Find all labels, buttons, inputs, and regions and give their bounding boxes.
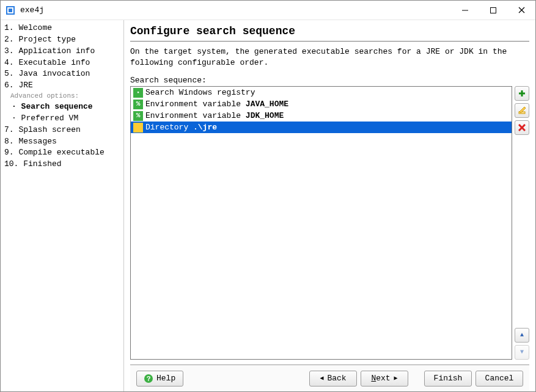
chevron-down-icon: ▼ xyxy=(520,349,524,355)
window-controls xyxy=(451,1,535,20)
delete-button[interactable] xyxy=(515,120,529,135)
back-button[interactable]: ◀ Back xyxy=(309,371,357,387)
wizard-footer: ? Help ◀ Back Next ▶ Finish Cancel xyxy=(130,365,529,391)
substep-search-sequence[interactable]: · Search sequence xyxy=(3,101,123,113)
help-icon: ? xyxy=(144,374,153,383)
substep-preferred-vm[interactable]: · Preferred VM xyxy=(3,113,123,125)
help-button[interactable]: ? Help xyxy=(136,371,183,387)
cancel-button-label: Cancel xyxy=(485,374,514,383)
page-title: Configure search sequence xyxy=(130,24,529,42)
envvar-icon xyxy=(133,111,143,121)
move-up-button[interactable]: ▲ xyxy=(515,328,529,343)
list-item-text: Environment variable JAVA_HOME xyxy=(145,100,288,109)
step-welcome[interactable]: 1. Welcome xyxy=(3,23,123,34)
list-label: Search sequence: xyxy=(130,76,529,85)
finish-button[interactable]: Finish xyxy=(424,371,472,387)
page-description: On the target system, the generated exec… xyxy=(130,46,529,68)
list-item-prefix: Environment variable xyxy=(145,100,246,109)
step-compile-executable[interactable]: 9. Compile executable xyxy=(3,147,123,159)
triangle-left-icon: ◀ xyxy=(320,376,323,382)
envvar-icon xyxy=(133,100,143,109)
step-project-type[interactable]: 2. Project type xyxy=(3,34,123,46)
list-item-prefix: Directory xyxy=(145,123,193,132)
titlebar: exe4j xyxy=(1,1,535,20)
watermark: exe4j xyxy=(0,333,2,388)
maximize-button[interactable] xyxy=(479,1,507,20)
list-item-bold: JAVA_HOME xyxy=(246,100,288,109)
list-item-bold: .\jre xyxy=(193,123,217,132)
list-item-directory-jre[interactable]: Directory .\jre xyxy=(131,122,512,133)
minimize-button[interactable] xyxy=(451,1,479,20)
folder-icon xyxy=(133,123,143,132)
help-button-label: Help xyxy=(156,374,175,383)
triangle-right-icon: ▶ xyxy=(394,376,398,382)
step-jre[interactable]: 6. JRE xyxy=(3,80,123,92)
list-item-text: Directory .\jre xyxy=(145,123,217,132)
step-application-info[interactable]: 3. Application info xyxy=(3,46,123,57)
back-button-label: Back xyxy=(327,374,346,383)
svg-rect-4 xyxy=(491,7,496,13)
advanced-options-label: Advanced options: xyxy=(3,92,123,101)
step-java-invocation[interactable]: 5. Java invocation xyxy=(3,68,123,80)
list-item-bold: JDK_HOME xyxy=(246,111,284,120)
step-messages[interactable]: 8. Messages xyxy=(3,136,123,148)
step-splash-screen[interactable]: 7. Splash screen xyxy=(3,125,123,136)
list-item-env-jdk-home[interactable]: Environment variable JDK_HOME xyxy=(131,110,512,122)
window-title: exe4j xyxy=(20,5,451,15)
list-item-env-java-home[interactable]: Environment variable JAVA_HOME xyxy=(131,98,512,110)
edit-button[interactable] xyxy=(515,103,529,118)
chevron-up-icon: ▲ xyxy=(520,332,524,338)
list-item-text: Search Windows registry xyxy=(145,88,255,97)
list-toolbar: ▲ ▼ xyxy=(515,86,529,360)
finish-button-label: Finish xyxy=(434,374,463,383)
search-sequence-list[interactable]: Search Windows registry Environment vari… xyxy=(130,86,512,360)
wizard-sidebar: 1. Welcome 2. Project type 3. Applicatio… xyxy=(1,20,124,391)
main-panel: Configure search sequence On the target … xyxy=(124,20,535,391)
body: 1. Welcome 2. Project type 3. Applicatio… xyxy=(1,20,535,391)
app-icon xyxy=(6,5,15,15)
list-item-registry[interactable]: Search Windows registry xyxy=(131,87,512,98)
app-window: exe4j 1. Welcome 2. Project type 3. Appl… xyxy=(0,0,536,392)
step-finished[interactable]: 10. Finished xyxy=(3,159,123,170)
search-sequence-area: Search Windows registry Environment vari… xyxy=(130,86,529,360)
step-executable-info[interactable]: 4. Executable info xyxy=(3,57,123,69)
list-item-text: Environment variable JDK_HOME xyxy=(145,111,284,120)
svg-rect-2 xyxy=(9,9,12,12)
next-button[interactable]: Next ▶ xyxy=(361,371,408,387)
list-item-prefix: Environment variable xyxy=(145,111,246,120)
next-button-label: Next xyxy=(371,374,390,383)
registry-icon xyxy=(133,88,143,98)
add-button[interactable] xyxy=(515,86,529,101)
cancel-button[interactable]: Cancel xyxy=(475,371,523,387)
close-button[interactable] xyxy=(507,1,535,20)
move-down-button[interactable]: ▼ xyxy=(515,345,529,360)
